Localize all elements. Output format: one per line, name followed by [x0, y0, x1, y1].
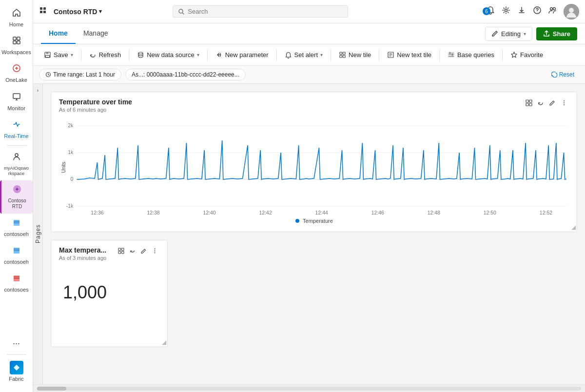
- asset-label: As...: 0000aaaa-11bb-cccc-dd22-eeeee...: [132, 71, 239, 78]
- topbar-right: 6: [486, 4, 579, 20]
- more-icon: ···: [13, 338, 20, 349]
- workspaces-icon: [12, 36, 21, 48]
- new-text-tile-button[interactable]: New text tile: [382, 49, 436, 61]
- sidebar-item-workspaces[interactable]: Workspaces: [0, 32, 33, 59]
- download-btn[interactable]: [517, 5, 526, 18]
- topbar: Contoso RTD ▾ Search 6: [33, 0, 585, 23]
- settings-icon: [501, 5, 511, 15]
- editing-button[interactable]: Editing ▾: [485, 27, 532, 41]
- people-share-btn[interactable]: [548, 5, 558, 18]
- save-button[interactable]: Save ▾: [39, 49, 78, 61]
- svg-text:12:38: 12:38: [147, 210, 159, 216]
- legend-dot-icon: [295, 218, 300, 223]
- settings-btn[interactable]: [501, 5, 511, 18]
- content-area: Home Manage Editing ▾ Share: [33, 23, 585, 392]
- sidebar-item-myaio[interactable]: myAIOqsworkspace: [0, 148, 33, 180]
- kpi-edit-btn[interactable]: [139, 246, 148, 257]
- chart-tile-title: Temperature over time: [59, 98, 132, 106]
- sidebar-item-contosoes[interactable]: contosoes: [0, 269, 33, 297]
- svg-rect-25: [46, 56, 50, 58]
- avatar[interactable]: [564, 4, 579, 20]
- svg-rect-27: [340, 52, 342, 55]
- new-tile-button[interactable]: New tile: [334, 49, 376, 61]
- svg-text:12:50: 12:50: [484, 210, 496, 216]
- kpi-grid-btn[interactable]: [117, 246, 126, 257]
- tab-home[interactable]: Home: [41, 23, 76, 44]
- pages-chevron-icon: ›: [37, 88, 39, 93]
- base-queries-button[interactable]: Base queries: [443, 49, 499, 61]
- contosoeh-2-icon: [12, 245, 21, 257]
- toolbar-divider-8: [502, 49, 503, 61]
- svg-text:12:44: 12:44: [315, 210, 328, 216]
- monitor-icon: [12, 92, 21, 104]
- app-name-text: Contoso RTD: [54, 8, 97, 16]
- tile-refresh-btn[interactable]: [536, 98, 546, 109]
- tab-actions: Editing ▾ Share: [485, 27, 577, 41]
- svg-point-18: [537, 12, 537, 13]
- svg-rect-33: [526, 100, 528, 102]
- new-text-tile-label: New text tile: [397, 51, 431, 59]
- refresh-button[interactable]: Refresh: [84, 49, 126, 61]
- refresh-label: Refresh: [99, 51, 121, 59]
- toolbar-divider-4: [276, 49, 277, 61]
- sidebar-item-home-label: Home: [9, 21, 23, 28]
- sidebar-item-onelake[interactable]: OneLake: [0, 59, 33, 87]
- new-datasource-button[interactable]: New data source ▾: [132, 49, 204, 61]
- svg-point-26: [138, 52, 143, 54]
- app-name[interactable]: Contoso RTD ▾: [54, 8, 102, 16]
- filter-bar: Time range: Last 1 hour As...: 0000aaaa-…: [33, 66, 585, 84]
- toolbar: Save ▾ Refresh New data source ▾: [33, 44, 585, 66]
- asset-filter[interactable]: As...: 0000aaaa-11bb-cccc-dd22-eeeee...: [125, 69, 246, 80]
- svg-point-6: [15, 154, 18, 157]
- notifications-btn[interactable]: 6: [486, 5, 495, 18]
- new-parameter-button[interactable]: New parameter: [211, 49, 273, 61]
- set-alert-button[interactable]: Set alert ▾: [280, 49, 328, 61]
- sidebar-item-contosoes-label: contosoes: [4, 287, 28, 293]
- search-bar[interactable]: Search: [173, 5, 348, 18]
- scrollbar-thumb[interactable]: [37, 387, 66, 391]
- tile-grid-btn[interactable]: [524, 98, 534, 109]
- svg-rect-34: [529, 100, 532, 102]
- share-label: Share: [553, 30, 570, 38]
- sidebar-item-realtime-label: Real-Time: [4, 133, 28, 139]
- app-grid-icon[interactable]: [39, 6, 48, 17]
- kpi-title-group: Max tempera... As of 3 minutes ago: [59, 246, 106, 261]
- kpi-more-btn[interactable]: [150, 246, 159, 257]
- svg-text:12:48: 12:48: [428, 210, 440, 216]
- sidebar-item-contosoeh-1[interactable]: contosoeh: [0, 214, 33, 241]
- new-datasource-label: New data source: [147, 51, 195, 59]
- svg-rect-11: [40, 7, 42, 10]
- svg-rect-29: [340, 56, 342, 58]
- tile-more-btn[interactable]: [559, 98, 569, 109]
- svg-text:12:42: 12:42: [259, 210, 272, 216]
- toolbar-divider-6: [379, 49, 379, 61]
- pages-panel[interactable]: › Pages: [33, 84, 43, 384]
- help-btn[interactable]: [532, 5, 542, 18]
- sidebar-more[interactable]: ···: [11, 334, 22, 353]
- kpi-resize-handle[interactable]: ◢: [162, 339, 166, 346]
- scrollbar-track[interactable]: [37, 387, 581, 391]
- sidebar-item-fabric[interactable]: Fabric: [0, 357, 33, 386]
- editing-label: Editing: [501, 30, 521, 38]
- tile-edit-btn[interactable]: [547, 98, 557, 109]
- reset-button[interactable]: Reset: [546, 69, 579, 80]
- set-alert-label: Set alert: [294, 51, 318, 59]
- tab-manage[interactable]: Manage: [76, 23, 116, 44]
- bottom-scrollbar[interactable]: [33, 384, 585, 392]
- sidebar-more-item[interactable]: ···: [11, 334, 22, 353]
- kpi-tile-title: Max tempera...: [59, 246, 106, 254]
- share-button[interactable]: Share: [536, 27, 577, 40]
- kpi-more-icon: [152, 248, 158, 254]
- sidebar-item-contosoeh-2[interactable]: contosoeh: [0, 241, 33, 269]
- sidebar-item-contoso-rtd[interactable]: ContosoRTD: [0, 180, 33, 214]
- sidebar-item-home[interactable]: Home: [0, 4, 33, 32]
- svg-rect-30: [343, 56, 346, 58]
- favorite-button[interactable]: Favorite: [506, 49, 548, 61]
- tile-resize-handle[interactable]: ◢: [571, 224, 576, 231]
- sidebar-item-realtime[interactable]: Real-Time: [0, 116, 33, 143]
- datasource-chevron: ▾: [197, 52, 199, 58]
- sidebar-item-monitor[interactable]: Monitor: [0, 88, 33, 116]
- time-range-filter[interactable]: Time range: Last 1 hour: [39, 69, 121, 80]
- kpi-refresh-btn[interactable]: [128, 246, 137, 257]
- base-queries-label: Base queries: [457, 51, 494, 59]
